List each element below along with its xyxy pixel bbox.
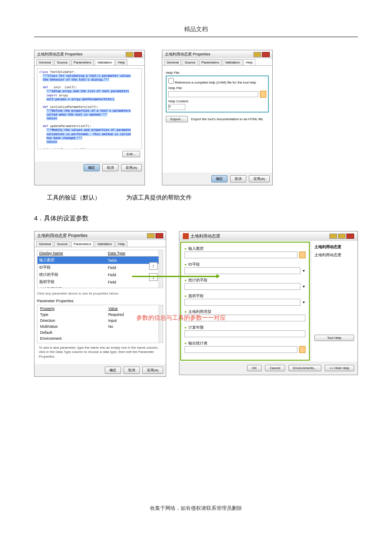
- tool-titlebar: 土地利用动态度: [179, 231, 357, 241]
- tab-general[interactable]: General: [164, 59, 181, 65]
- tab-source[interactable]: Source: [182, 59, 198, 65]
- tab-parameters[interactable]: Parameters: [199, 59, 222, 65]
- area-field[interactable]: [184, 299, 300, 306]
- parameters-table[interactable]: Display NameData Type 输入图层Table ID字段Fiel…: [37, 250, 159, 288]
- folder-icon[interactable]: [299, 346, 306, 353]
- help-file-input[interactable]: [168, 91, 258, 97]
- tab-parameters[interactable]: Parameters: [71, 241, 94, 247]
- stat-field[interactable]: [184, 283, 300, 290]
- tool-title-text: 土地利用动态度: [190, 233, 220, 239]
- ok-button[interactable]: 确定: [105, 367, 121, 374]
- output-table-field[interactable]: [184, 346, 297, 353]
- tabs: General Source Parameters Validation Hel…: [35, 58, 144, 66]
- tab-validation[interactable]: Validation: [222, 59, 242, 65]
- col-display-name: Display Name: [37, 250, 106, 257]
- tab-general[interactable]: General: [36, 241, 53, 247]
- field-label: ID字段: [188, 262, 200, 267]
- tool-icon: [183, 233, 189, 239]
- page-footer: 收集于网络，如有侵权请联系管理员删除: [34, 505, 358, 512]
- help-file-label: Help File:: [166, 71, 269, 75]
- field-label: 计算年限: [188, 325, 204, 330]
- dialog-title-text: 土地利用动态度 Properties: [37, 52, 83, 57]
- folder-icon[interactable]: [260, 91, 266, 98]
- bullet-icon: ●: [184, 247, 187, 251]
- id-field[interactable]: [184, 267, 300, 274]
- cancel-button[interactable]: 取消: [102, 164, 118, 171]
- tab-source[interactable]: Source: [54, 241, 70, 247]
- apply-button[interactable]: 应用(A): [142, 367, 163, 374]
- folder-icon[interactable]: [299, 251, 306, 258]
- bullet-icon: ●: [184, 326, 187, 330]
- scrollbar[interactable]: [159, 250, 163, 288]
- cancel-button[interactable]: 取消: [230, 175, 246, 182]
- tab-validation[interactable]: Validation: [95, 241, 115, 247]
- dialog-titlebar: 土地利用动态度 Properties: [162, 50, 272, 58]
- maximize-icon[interactable]: [338, 234, 346, 239]
- table-row[interactable]: ID字段Field: [37, 264, 159, 271]
- table-row[interactable]: 输入图层Table: [37, 257, 159, 264]
- tab-general[interactable]: General: [36, 59, 53, 65]
- edit-button[interactable]: Edit...: [122, 151, 140, 157]
- close-icon[interactable]: [262, 52, 270, 57]
- help-icon[interactable]: [254, 52, 261, 57]
- table-row[interactable]: 土地利用类型Long: [37, 286, 159, 288]
- dialog-titlebar: 土地利用动态度 Properties: [35, 231, 166, 240]
- apply-button[interactable]: 应用(A): [121, 164, 142, 171]
- instruction-text: To add a new parameter, type the name in…: [37, 343, 163, 361]
- help-file-label2: Help File:: [168, 86, 266, 90]
- bullet-icon: ●: [184, 341, 187, 345]
- field-label: 输入图层: [188, 246, 204, 251]
- help-context-input[interactable]: 0: [168, 104, 185, 110]
- field-label: 统计的字段: [188, 278, 208, 283]
- parameter-properties-label: Parameter Properties: [37, 299, 163, 303]
- table-row[interactable]: 面积字段Field: [37, 278, 159, 286]
- parameters-dialog: 土地利用动态度 Properties General Source Parame…: [34, 231, 166, 377]
- annotation-text: 参数的信息与工具的参数一一对应: [136, 314, 226, 322]
- help-icon[interactable]: [126, 52, 133, 57]
- input-layer-field[interactable]: [184, 251, 297, 258]
- validation-dialog: 土地利用动态度 Properties General Source Parame…: [34, 50, 145, 185]
- tool-help-panel: 土地利用动态度 土地利用动态度 Tool Help: [311, 241, 357, 361]
- hide-help-button[interactable]: << Hide Help: [325, 365, 354, 371]
- bullet-icon: ●: [184, 310, 187, 314]
- help-icon[interactable]: [147, 233, 155, 238]
- scrollbar[interactable]: [159, 305, 163, 343]
- page-header: 精品文档: [34, 26, 358, 37]
- close-icon[interactable]: [156, 233, 163, 238]
- dialog-title-text: 土地利用动态度 Properties: [165, 52, 210, 57]
- tool-run-dialog: 土地利用动态度 ●输入图层 ●ID字段▼ ●统计的字段▼ ●面积字段▼ ●土地利…: [179, 231, 358, 375]
- tab-source[interactable]: Source: [54, 59, 70, 65]
- help-panel-text: 土地利用动态度: [314, 252, 354, 258]
- ok-button[interactable]: OK: [247, 365, 262, 371]
- tab-validation[interactable]: Validation: [95, 59, 115, 65]
- properties-table[interactable]: PropertyValue TypeRequired DirectionInpu…: [37, 305, 159, 343]
- dialog-titlebar: 土地利用动态度 Properties: [35, 50, 144, 58]
- table-row: MultiValueNo: [38, 324, 158, 329]
- close-icon[interactable]: [346, 234, 354, 239]
- move-up-button[interactable]: ↑: [149, 262, 158, 270]
- tab-parameters[interactable]: Parameters: [71, 59, 94, 65]
- help-checkbox[interactable]: [168, 78, 174, 84]
- ok-button[interactable]: 确定: [211, 175, 228, 182]
- bullet-icon: ●: [184, 294, 187, 298]
- table-row[interactable]: 统计的字段Field: [37, 271, 159, 278]
- tab-help[interactable]: Help: [115, 241, 127, 247]
- caption-help: 为该工具提供的帮助文件: [126, 194, 192, 202]
- minimize-icon[interactable]: [329, 234, 337, 239]
- apply-button[interactable]: 应用(A): [249, 175, 270, 182]
- ok-button[interactable]: 确定: [84, 164, 100, 171]
- years-field[interactable]: [184, 330, 306, 337]
- environments-button[interactable]: Environments...: [288, 365, 322, 371]
- close-icon[interactable]: [134, 52, 142, 57]
- help-highlight-box: Reference a compiled help (CHM) file for…: [166, 75, 269, 113]
- cancel-button[interactable]: Cancel: [265, 365, 285, 371]
- cancel-button[interactable]: 取消: [124, 367, 140, 374]
- help-context-label: Help Context:: [168, 99, 266, 103]
- tab-help[interactable]: Help: [243, 59, 255, 65]
- tab-help[interactable]: Help: [115, 59, 127, 65]
- move-down-button[interactable]: ↓: [149, 273, 158, 281]
- caption-validation: 工具的验证（默认）: [47, 194, 101, 202]
- export-button[interactable]: Export...: [166, 116, 188, 122]
- tool-help-button[interactable]: Tool Help: [314, 335, 354, 341]
- section-4-title: 4．具体的设置参数: [34, 214, 358, 223]
